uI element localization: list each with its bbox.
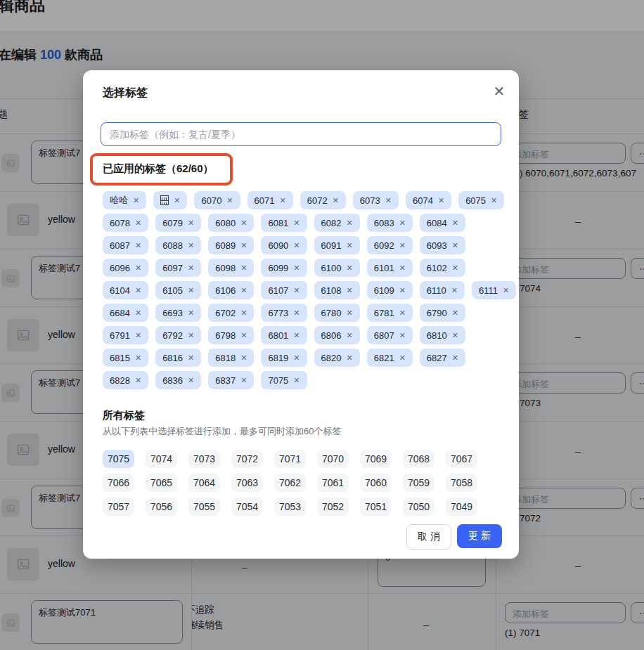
remove-tag-icon[interactable]: ✕ (135, 353, 141, 363)
all-tag-button[interactable]: 7067 (446, 450, 477, 468)
all-tag-button[interactable]: 7053 (274, 498, 306, 516)
remove-tag-icon[interactable]: ✕ (452, 331, 458, 340)
remove-tag-icon[interactable]: ✕ (240, 353, 247, 363)
applied-tag-chip[interactable]: 6092✕ (367, 236, 413, 254)
applied-tag-chip[interactable]: 6702✕ (208, 304, 254, 322)
remove-tag-icon[interactable]: ✕ (280, 196, 286, 205)
applied-tag-chip[interactable]: 6798✕ (208, 326, 254, 344)
applied-tag-chip[interactable]: 6819✕ (261, 349, 307, 367)
remove-tag-icon[interactable]: ✕ (399, 241, 406, 250)
remove-tag-icon[interactable]: ✕ (503, 286, 509, 295)
applied-tag-chip[interactable]: 6105✕ (155, 281, 201, 299)
remove-tag-icon[interactable]: ✕ (293, 219, 300, 228)
remove-tag-icon[interactable]: ✕ (226, 196, 233, 205)
all-tag-button[interactable]: 7058 (446, 474, 477, 492)
remove-tag-icon[interactable]: ✕ (188, 241, 194, 250)
remove-tag-icon[interactable]: ✕ (135, 376, 141, 385)
applied-tag-chip[interactable]: 6078✕ (103, 214, 148, 232)
remove-tag-icon[interactable]: ✕ (293, 264, 300, 273)
applied-tag-chip[interactable]: 6081✕ (261, 214, 307, 232)
remove-tag-icon[interactable]: ✕ (452, 241, 458, 250)
applied-tag-chip[interactable]: 6079✕ (155, 214, 201, 232)
applied-tag-chip[interactable]: 6102✕ (420, 259, 465, 277)
applied-tag-chip[interactable]: 6088✕ (155, 236, 201, 254)
remove-tag-icon[interactable]: ✕ (293, 353, 300, 363)
applied-tag-chip[interactable]: 6074✕ (406, 191, 451, 209)
all-tag-button[interactable]: 7063 (231, 474, 263, 492)
all-tag-button[interactable]: 7071 (274, 450, 306, 468)
applied-tag-chip[interactable]: 6101✕ (367, 259, 413, 277)
remove-tag-icon[interactable]: ✕ (293, 308, 300, 318)
remove-tag-icon[interactable]: ✕ (346, 219, 352, 228)
applied-tag-chip[interactable]: 6816✕ (155, 349, 201, 367)
applied-tag-chip[interactable]: 6110✕ (420, 281, 465, 299)
all-tag-button[interactable]: 7050 (403, 498, 434, 516)
applied-tag-chip[interactable]: ✕ (153, 191, 187, 209)
applied-tag-chip[interactable]: 6827✕ (420, 349, 465, 367)
applied-tag-chip[interactable]: 6091✕ (314, 236, 360, 254)
all-tag-button[interactable]: 7075 (103, 450, 134, 468)
applied-tag-chip[interactable]: 6106✕ (208, 281, 254, 299)
remove-tag-icon[interactable]: ✕ (174, 196, 180, 205)
cancel-button[interactable]: 取 消 (406, 524, 451, 550)
applied-tag-chip[interactable]: 6084✕ (420, 214, 465, 232)
applied-tag-chip[interactable]: 6818✕ (208, 349, 254, 367)
remove-tag-icon[interactable]: ✕ (188, 331, 194, 340)
remove-tag-icon[interactable]: ✕ (399, 219, 406, 228)
remove-tag-icon[interactable]: ✕ (135, 264, 141, 273)
remove-tag-icon[interactable]: ✕ (135, 241, 141, 250)
applied-tag-chip[interactable]: 6828✕ (103, 371, 148, 389)
remove-tag-icon[interactable]: ✕ (240, 241, 247, 250)
applied-tag-chip[interactable]: 6791✕ (103, 326, 148, 344)
applied-tag-chip[interactable]: 6096✕ (103, 259, 148, 277)
all-tag-button[interactable]: 7073 (188, 450, 220, 468)
applied-tag-chip[interactable]: 6087✕ (103, 236, 148, 254)
applied-tag-chip[interactable]: 6111✕ (472, 281, 516, 299)
remove-tag-icon[interactable]: ✕ (240, 308, 247, 318)
remove-tag-icon[interactable]: ✕ (240, 286, 247, 295)
all-tag-button[interactable]: 7062 (274, 474, 306, 492)
applied-tag-chip[interactable]: 6073✕ (353, 191, 399, 209)
remove-tag-icon[interactable]: ✕ (240, 376, 247, 385)
all-tag-button[interactable]: 7064 (188, 474, 220, 492)
all-tag-button[interactable]: 7072 (231, 450, 263, 468)
applied-tag-chip[interactable]: 6093✕ (420, 236, 465, 254)
remove-tag-icon[interactable]: ✕ (346, 286, 352, 295)
applied-tag-chip[interactable]: 6684✕ (103, 304, 148, 322)
all-tag-button[interactable]: 7069 (360, 450, 392, 468)
remove-tag-icon[interactable]: ✕ (293, 286, 300, 295)
applied-tag-chip[interactable]: 6099✕ (261, 259, 307, 277)
all-tag-button[interactable]: 7055 (188, 498, 220, 516)
applied-tag-chip[interactable]: 哈哈✕ (103, 191, 146, 209)
all-tag-button[interactable]: 7068 (403, 450, 434, 468)
remove-tag-icon[interactable]: ✕ (346, 331, 352, 340)
all-tag-button[interactable]: 7066 (103, 474, 134, 492)
remove-tag-icon[interactable]: ✕ (346, 353, 352, 363)
applied-tag-chip[interactable]: 6773✕ (261, 304, 307, 322)
applied-tag-chip[interactable]: 6072✕ (300, 191, 346, 209)
applied-tag-chip[interactable]: 6807✕ (367, 326, 413, 344)
remove-tag-icon[interactable]: ✕ (346, 241, 352, 250)
remove-tag-icon[interactable]: ✕ (451, 286, 458, 295)
remove-tag-icon[interactable]: ✕ (293, 376, 300, 385)
applied-tag-chip[interactable]: 6108✕ (314, 281, 360, 299)
remove-tag-icon[interactable]: ✕ (135, 308, 141, 318)
remove-tag-icon[interactable]: ✕ (188, 219, 194, 228)
remove-tag-icon[interactable]: ✕ (452, 219, 458, 228)
remove-tag-icon[interactable]: ✕ (385, 196, 392, 205)
remove-tag-icon[interactable]: ✕ (240, 219, 247, 228)
remove-tag-icon[interactable]: ✕ (399, 264, 406, 273)
close-icon[interactable]: ✕ (491, 83, 508, 100)
remove-tag-icon[interactable]: ✕ (452, 264, 458, 273)
remove-tag-icon[interactable]: ✕ (240, 331, 247, 340)
applied-tag-chip[interactable]: 6089✕ (208, 236, 254, 254)
remove-tag-icon[interactable]: ✕ (452, 308, 458, 318)
applied-tag-chip[interactable]: 6790✕ (420, 304, 465, 322)
applied-tag-chip[interactable]: 6097✕ (155, 259, 201, 277)
remove-tag-icon[interactable]: ✕ (346, 308, 352, 318)
applied-tag-chip[interactable]: 6820✕ (314, 349, 360, 367)
remove-tag-icon[interactable]: ✕ (188, 308, 194, 318)
remove-tag-icon[interactable]: ✕ (240, 264, 247, 273)
applied-tag-chip[interactable]: 6080✕ (208, 214, 254, 232)
applied-tag-chip[interactable]: 6107✕ (261, 281, 307, 299)
